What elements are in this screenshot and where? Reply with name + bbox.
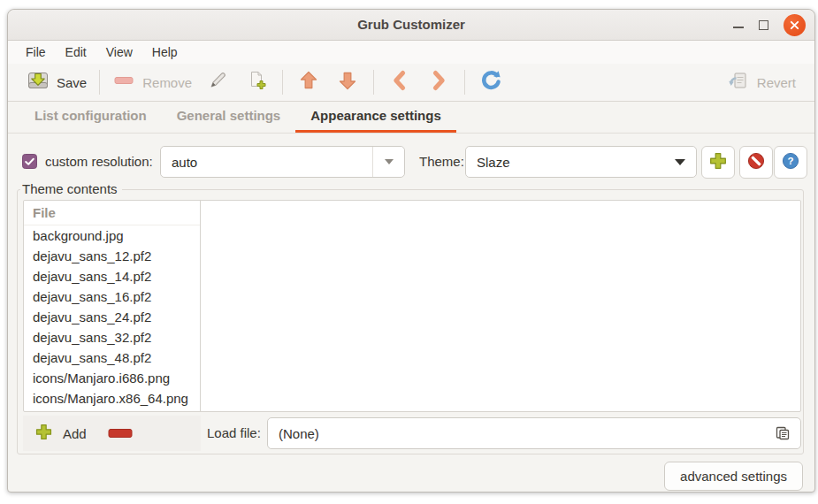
window-title: Grub Customizer [8,10,814,40]
add-file-plus-icon[interactable] [34,422,54,446]
file-list-toolbar: Add [23,416,201,451]
menu-file[interactable]: File [16,45,56,59]
file-row[interactable]: dejavu_sans_14.pf2 [24,266,200,286]
file-column-header[interactable]: File [24,201,200,225]
theme-value: Slaze [466,155,675,170]
add-theme-plus-icon [707,150,729,175]
resolution-value: auto [161,155,372,170]
remove-button[interactable]: Remove [106,66,198,98]
toolbar-separator [282,70,283,95]
revert-button[interactable]: Revert [721,66,802,98]
frame-title: Theme contents [20,181,122,196]
file-row[interactable]: background.jpg [24,225,200,246]
move-up-arrow-icon [297,69,320,95]
help-question-icon: ? [780,150,801,175]
maximize-icon[interactable] [759,20,768,30]
file-row[interactable]: icons/Manjaro.x86_64.png [24,388,200,409]
theme-contents-frame: Theme contents File background.jpg dejav… [17,189,804,454]
theme-file-tree: File background.jpg dejavu_sans_12.pf2 d… [23,200,801,412]
chevron-down-icon [385,159,394,164]
remove-theme-button[interactable] [739,146,773,179]
move-left-button[interactable] [380,66,419,98]
save-button[interactable]: Save [20,66,93,98]
menu-view[interactable]: View [96,45,142,59]
remove-file-minus-icon[interactable] [108,428,133,439]
file-row[interactable]: dejavu_sans_24.pf2 [24,307,200,327]
theme-label: Theme: [419,144,464,179]
app-window: Grub Customizer File Edit View Help Save [7,9,815,493]
refresh-icon [479,69,502,95]
move-down-button[interactable] [328,66,367,98]
window-controls [733,10,806,40]
add-file-button[interactable] [237,66,276,98]
load-file-label: Load file: [207,416,261,451]
menu-edit[interactable]: Edit [56,45,96,59]
file-editor-area [201,201,800,411]
add-file-label[interactable]: Add [63,426,87,441]
tabbar: List configuration General settings Appe… [8,102,814,134]
toolbar-separator [99,70,100,95]
file-browse-icon[interactable] [774,424,791,442]
custom-resolution-checkbox[interactable] [22,154,37,169]
menubar: File Edit View Help [8,41,814,64]
tab-list-configuration[interactable]: List configuration [19,102,162,133]
edit-entry-button[interactable] [198,66,237,98]
remove-minus-icon [112,69,135,95]
revert-button-label: Revert [757,75,796,90]
load-file-entry[interactable]: (None) [267,417,801,449]
toolbar-separator [464,70,465,95]
help-button[interactable]: ? [774,146,807,179]
file-row[interactable]: dejavu_sans_16.pf2 [24,286,200,307]
file-row[interactable]: icons/Manjaro.i686.png [24,368,200,388]
refresh-button[interactable] [471,66,510,98]
edit-pencil-icon [206,69,229,95]
advanced-settings-button[interactable]: advanced settings [664,462,803,491]
remove-button-label: Remove [142,75,192,90]
custom-resolution-label: custom resolution: [45,144,153,179]
save-drive-icon [27,69,50,95]
resolution-dropdown-button[interactable] [372,147,404,177]
move-right-button[interactable] [419,66,458,98]
file-row[interactable]: dejavu_sans_48.pf2 [24,347,200,368]
revert-document-icon [727,69,750,95]
move-left-chevron-icon [388,69,411,95]
resolution-combo[interactable]: auto [160,146,405,178]
tab-appearance-settings[interactable]: Appearance settings [295,102,456,133]
move-down-arrow-icon [336,69,359,95]
minimize-icon[interactable] [733,27,744,28]
load-file-value: (None) [268,426,774,441]
file-row[interactable]: dejavu_sans_32.pf2 [24,327,200,347]
save-button-label: Save [57,75,87,90]
file-column: File background.jpg dejavu_sans_12.pf2 d… [24,201,201,411]
move-up-button[interactable] [289,66,328,98]
appearance-controls-row: custom resolution: auto Theme: Slaze [8,144,814,179]
svg-text:?: ? [787,155,793,165]
add-file-icon [245,69,268,95]
theme-combo[interactable]: Slaze [465,146,697,178]
file-row[interactable]: dejavu_sans_12.pf2 [24,246,200,266]
tab-general-settings[interactable]: General settings [162,102,296,133]
chevron-down-icon [675,159,685,165]
menu-help[interactable]: Help [142,45,187,59]
titlebar[interactable]: Grub Customizer [8,10,814,41]
close-icon[interactable] [784,14,806,36]
move-right-chevron-icon [427,69,450,95]
toolbar-separator [373,70,374,95]
toolbar: Save Remove [8,64,814,102]
add-theme-button[interactable] [701,146,735,179]
remove-theme-ban-icon [745,150,767,175]
